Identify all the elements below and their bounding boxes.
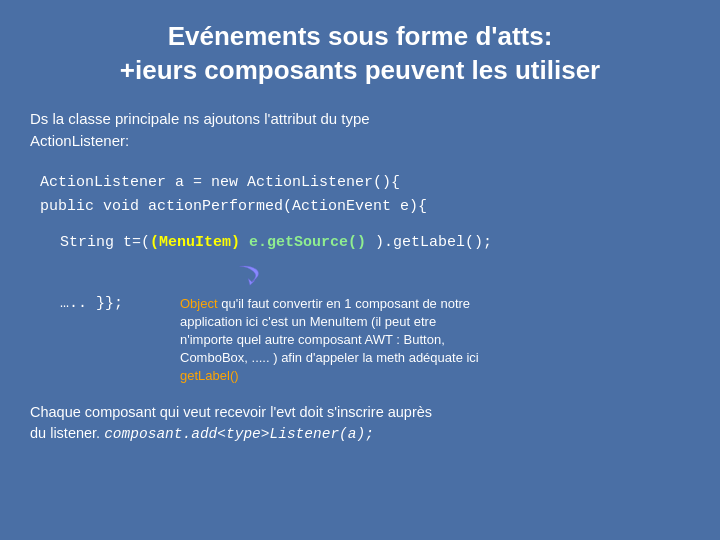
code-block: ActionListener a = new ActionListener(){… xyxy=(40,171,690,219)
slide-title: Evénements sous forme d'atts: +ieurs com… xyxy=(30,20,690,88)
bottom-text2: du listener. xyxy=(30,425,104,441)
intro-line: Ds la classe principale ns ajoutons l'at… xyxy=(30,108,690,153)
dots-comment: Object qu'il faut convertir en 1 composa… xyxy=(180,295,479,386)
getsource-highlight: e.getSource() xyxy=(249,234,366,251)
dots-code: ….. }}; xyxy=(60,295,160,312)
slide-container: Evénements sous forme d'atts: +ieurs com… xyxy=(0,0,720,540)
comment-text2: application ici c'est un MenuItem (il pe… xyxy=(180,314,436,329)
string-line: String t=((MenuItem) e.getSource() ).get… xyxy=(60,231,690,255)
intro-text: Ds la classe principale ns ajoutons l'at… xyxy=(30,110,370,127)
dots-section: ….. }}; Object qu'il faut convertir en 1… xyxy=(60,295,690,386)
comment-orange2: getLabel() xyxy=(180,368,239,383)
comment-text1: qu'il faut convertir en 1 composant de n… xyxy=(218,296,471,311)
bottom-text1: Chaque composant qui veut recevoir l'evt… xyxy=(30,404,432,420)
code-line1: ActionListener a = new ActionListener(){ xyxy=(40,171,690,195)
intro-text2: ActionListener: xyxy=(30,132,129,149)
comment-text3: n'importe quel autre composant AWT : But… xyxy=(180,332,445,347)
code-line2: public void actionPerformed(ActionEvent … xyxy=(40,195,690,219)
menuitem-highlight: (MenuItem) xyxy=(150,234,240,251)
title-line1: Evénements sous forme d'atts: xyxy=(30,20,690,54)
string-end: ).getLabel(); xyxy=(366,234,492,251)
title-line2: +ieurs composants peuvent les utiliser xyxy=(30,54,690,88)
bottom-italic: composant.add<type>Listener(a); xyxy=(104,426,374,442)
arrow-container xyxy=(230,263,690,287)
down-arrow-icon xyxy=(230,263,270,287)
string-prefix: String t=( xyxy=(60,234,150,251)
comment-text4: ComboBox, ..... ) afin d'appeler la meth… xyxy=(180,350,479,365)
bottom-text: Chaque composant qui veut recevoir l'evt… xyxy=(30,402,690,447)
comment-orange: Object xyxy=(180,296,218,311)
